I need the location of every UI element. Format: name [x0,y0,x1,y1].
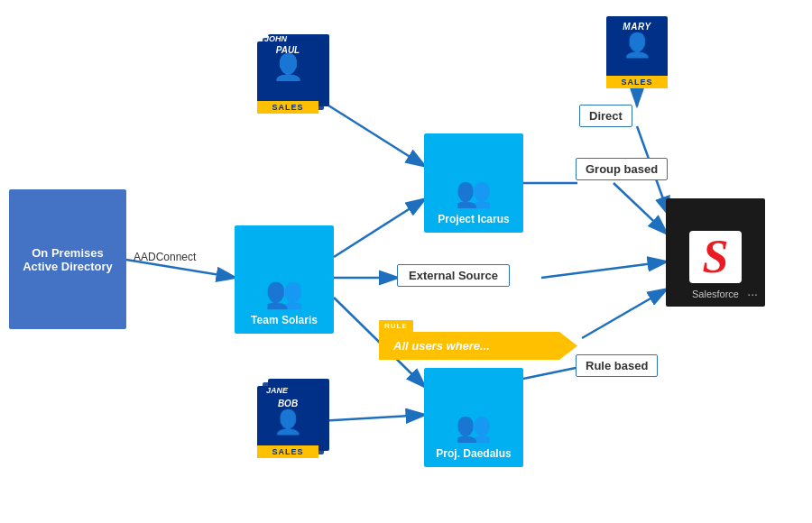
mary-card: MARY 👤 SALES [606,16,671,88]
project-icarus-box: 👥 Project Icarus [424,133,523,233]
svg-line-3 [334,198,426,257]
svg-line-8 [318,415,426,421]
project-icarus-icon: 👥 [456,175,492,209]
jane-sales-badge: SALES [257,445,318,458]
on-premises-label: On Premises Active Directory [16,246,119,273]
rule-based-label: Rule based [576,354,658,377]
john-name: JOHN [264,34,287,43]
mary-sales-badge: SALES [606,76,668,88]
group-based-label: Group based [576,158,668,180]
direct-label: Direct [579,105,632,127]
bob-name: BOB [278,399,298,408]
project-icarus-label: Project Icarus [438,213,509,225]
svg-line-13 [582,289,668,338]
on-premises-box: On Premises Active Directory [9,189,126,329]
svg-line-7 [318,99,426,167]
salesforce-more-dots: ··· [747,287,758,301]
team-solaris-box: 👥 Team Solaris [235,225,334,334]
salesforce-logo: S [689,231,742,283]
salesforce-label: Salesforce [692,289,739,299]
team-solaris-label: Team Solaris [251,314,318,326]
diagram-container: On Premises Active Directory AADConnect … [0,0,812,523]
mary-person-icon: 👤 [623,32,651,60]
salesforce-box: S Salesforce ··· [666,198,765,307]
jane-person-icon: 👤 [273,408,302,436]
external-source-label: External Source [397,264,510,287]
john-sales-badge: SALES [257,101,318,114]
svg-line-14 [523,368,576,379]
proj-daedalus-label: Proj. Daedalus [436,447,511,460]
rule-tag: RULE [379,320,413,332]
person-icon-john: 👤 [272,55,304,80]
aadconnect-label: AADConnect [134,251,196,263]
jane-bob-card-stack: JANE BOB 👤 SALES [257,379,329,467]
rule-box-container: RULE All users where... [379,316,577,360]
mary-name: MARY [623,22,651,32]
team-solaris-icon: 👥 [265,274,303,310]
svg-line-12 [614,183,668,234]
jane-name: JANE [266,386,288,395]
svg-line-5 [541,262,668,278]
proj-daedalus-icon: 👥 [456,409,492,444]
proj-daedalus-box: 👥 Proj. Daedalus [424,368,523,467]
all-users-where-box: All users where... [379,332,577,360]
